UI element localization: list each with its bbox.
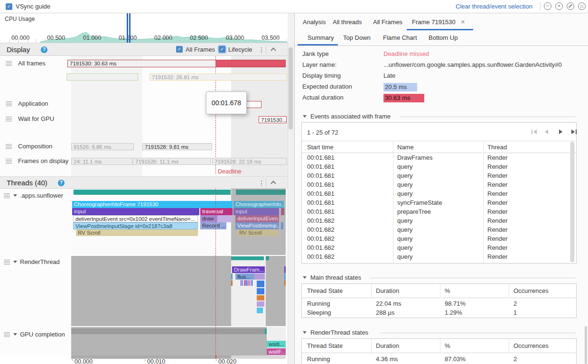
trace-block-blue[interactable] — [257, 281, 264, 287]
threads-help-icon[interactable]: ? — [58, 180, 65, 186]
state-row[interactable]: Running 22.04 ms 98.71% 2 — [302, 300, 576, 309]
trace-draw-ext-bar[interactable] — [217, 215, 233, 222]
left-scrollbar[interactable] — [289, 47, 293, 129]
state-row[interactable]: Sleeping 288 µs 1.29% 1 — [302, 309, 576, 318]
trace-waiting-bar[interactable]: waiti... — [267, 341, 286, 347]
subtab-top-down[interactable]: Top Down — [343, 34, 371, 41]
thread-state-bar-running[interactable] — [266, 256, 269, 260]
trace-flush-bar[interactable]: flus... — [235, 273, 254, 280]
threads-kebab-menu-icon[interactable]: ⋮ — [258, 179, 265, 187]
frames-on-display-bar[interactable]: 7191526: 11.1 ms — [133, 158, 211, 165]
trace-sliver-blue[interactable] — [281, 222, 283, 229]
drag-handle-icon[interactable] — [6, 159, 12, 164]
col-thread[interactable]: Thread — [487, 144, 507, 151]
subtab-bottom-up[interactable]: Bottom Up — [429, 34, 457, 41]
col-occurrences[interactable]: Occurrences — [513, 287, 549, 294]
zoom-to-selection-icon[interactable]: [ ] — [578, 2, 586, 10]
trace-record-bar[interactable]: Record ... — [200, 222, 226, 229]
frame-bar-7191530[interactable]: 7191530: 30.63 ms — [67, 60, 286, 67]
event-row[interactable]: 00:01.681 query Render — [302, 172, 570, 181]
trace-choreographer-bar[interactable]: Choreographer#doFrame 7191530 — [72, 201, 233, 208]
trace-sliver-orange[interactable] — [284, 280, 286, 286]
events-table-scrollbar[interactable] — [570, 142, 574, 262]
reset-zoom-icon[interactable] — [567, 2, 574, 10]
tab-frame-7191530[interactable]: Frame 7191530 — [412, 18, 456, 26]
thread-state-bar-running-dim[interactable] — [236, 190, 286, 195]
cpu-usage-chart[interactable]: CPU Usage 00.000 00.500 01.000 01.500 02… — [0, 13, 288, 43]
trace-micro-strips[interactable] — [241, 280, 254, 286]
trace-sliver-purple[interactable] — [284, 266, 286, 273]
event-row[interactable]: 00:01.681 query Render — [302, 163, 570, 172]
event-row[interactable]: 00:01.681 prepareTree Render — [302, 208, 570, 217]
drag-handle-icon[interactable] — [6, 61, 12, 66]
col-thread-state[interactable]: Thread State — [307, 342, 343, 349]
trace-waitfence-bar[interactable]: waitF... — [267, 348, 286, 355]
display-help-icon[interactable]: ? — [41, 46, 47, 53]
expand-caret-icon[interactable] — [13, 261, 17, 263]
page-last-icon[interactable] — [571, 129, 577, 134]
trace-viewpostime-bar[interactable]: ViewPostImeInputStage id=0x2187c3a8 — [73, 222, 198, 229]
col-percent[interactable]: % — [445, 342, 450, 349]
frame-bar-7191532[interactable]: 7191532: 26.81 ms — [149, 73, 287, 81]
col-duration[interactable]: Duration — [376, 342, 399, 349]
trace-drawframes-bar[interactable]: DrawFram... — [232, 266, 265, 273]
page-prev-icon[interactable] — [545, 129, 548, 134]
composition-bar[interactable]: 7191528: 9.81 ms — [142, 143, 212, 150]
thread-state-bar-running[interactable] — [74, 190, 231, 195]
trace-block-blue[interactable] — [257, 288, 264, 294]
display-collapse-icon[interactable] — [271, 47, 276, 53]
trace-traversal-bar[interactable]: traversal — [200, 208, 233, 215]
subtab-flame-chart[interactable]: Flame Chart — [383, 34, 417, 41]
drag-handle-icon[interactable] — [4, 332, 10, 337]
trace-input-bar-dim[interactable]: input — [233, 208, 279, 215]
trace-block-orange[interactable] — [257, 295, 264, 300]
composition-bar[interactable]: 91526: 9.86 ms — [71, 143, 134, 150]
trace-sliver-blue[interactable] — [231, 273, 233, 280]
page-first-icon[interactable] — [532, 129, 537, 134]
state-row[interactable]: Running 4.36 ms 87.03% 2 — [302, 355, 576, 364]
trace-draw-bar[interactable]: draw — [200, 215, 217, 222]
lifecycle-checkbox[interactable]: ✓ — [219, 46, 225, 53]
all-frames-checkbox[interactable]: ✓ — [176, 46, 183, 53]
tab-analysis[interactable]: Analysis — [303, 18, 326, 26]
frames-on-display-bar[interactable]: 7191528: 22.18 ms — [212, 158, 287, 165]
subtab-summary[interactable]: Summary — [308, 34, 334, 41]
main-states-collapse-caret[interactable] — [303, 276, 307, 279]
trace-choreographer-bar-dim[interactable]: Choreographer#do... — [233, 201, 284, 208]
trace-rvscroll-bar-dim[interactable]: RV Scroll — [237, 229, 278, 236]
right-panel-scrollbar[interactable] — [585, 326, 587, 364]
trace-deliverinput-bar-dim[interactable]: deliverInputEven... — [235, 215, 279, 222]
drag-handle-icon[interactable] — [4, 193, 10, 198]
events-collapse-caret[interactable] — [303, 115, 307, 118]
drag-handle-icon[interactable] — [6, 144, 12, 149]
drag-handle-icon[interactable] — [4, 260, 10, 264]
tab-all-frames[interactable]: All Frames — [373, 18, 402, 26]
zoom-out-icon[interactable]: − — [544, 2, 551, 10]
col-occurrences[interactable]: Occurrences — [513, 342, 549, 349]
col-thread-state[interactable]: Thread State — [307, 287, 343, 294]
col-percent[interactable]: % — [445, 287, 450, 294]
event-row[interactable]: 00:01.681 syncFrameState Render — [302, 199, 570, 208]
event-row[interactable]: 00:01.682 query Render — [302, 235, 570, 244]
col-start-time[interactable]: Start time — [307, 144, 334, 151]
event-row[interactable]: 00:01.681 query Render — [302, 181, 570, 190]
col-name[interactable]: Name — [397, 144, 414, 151]
trace-viewpostime-bar-dim[interactable]: ViewPostImeInp... — [235, 222, 279, 229]
thread-state-bar-running[interactable] — [265, 328, 267, 334]
event-row[interactable]: 00:01.682 query Render — [302, 217, 570, 226]
display-kebab-menu-icon[interactable]: ⋮ — [258, 46, 265, 54]
event-row[interactable]: 00:01.681 query Render — [302, 190, 570, 199]
expand-caret-icon[interactable] — [13, 333, 17, 336]
trace-rvscroll-bar[interactable]: RV Scroll — [76, 229, 198, 236]
col-duration[interactable]: Duration — [376, 287, 399, 294]
vsync-guide-checkbox[interactable]: ✓ — [6, 3, 12, 10]
zoom-in-icon[interactable]: + — [555, 2, 563, 10]
trace-sliver-magenta[interactable] — [281, 208, 284, 215]
event-row[interactable]: 00:01.682 query Render — [302, 226, 570, 235]
event-row[interactable]: 00:01.682 query Render — [302, 253, 570, 262]
trace-sliver-blue[interactable] — [284, 273, 286, 280]
page-next-icon[interactable] — [559, 129, 562, 134]
threads-collapse-icon[interactable] — [271, 181, 276, 186]
expand-caret-icon[interactable] — [13, 194, 17, 197]
trace-block-lavender[interactable] — [257, 301, 264, 307]
